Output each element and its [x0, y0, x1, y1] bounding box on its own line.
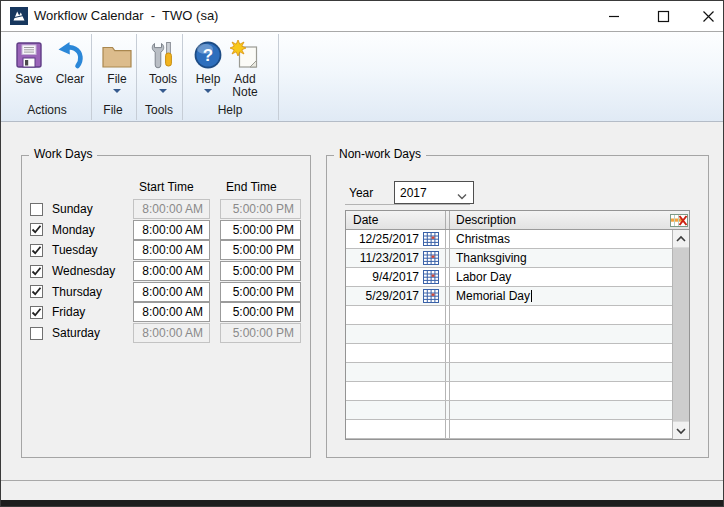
date-cell[interactable]: [346, 401, 446, 419]
description-cell[interactable]: Christmas: [450, 230, 672, 248]
start-time-field-tuesday[interactable]: 8:00:00 AM: [133, 240, 210, 260]
date-cell[interactable]: 12/25/2017: [346, 230, 446, 248]
end-time-field-tuesday[interactable]: 5:00:00 PM: [220, 240, 301, 260]
question-mark-circle-icon: ?: [193, 36, 223, 70]
workday-row-saturday: Saturday: [30, 323, 115, 343]
date-cell[interactable]: [346, 344, 446, 362]
description-cell[interactable]: [450, 306, 672, 324]
start-time-field-friday[interactable]: 8:00:00 AM: [133, 302, 210, 322]
date-column-header[interactable]: Date: [346, 211, 446, 229]
date-cell[interactable]: 5/29/2017: [346, 287, 446, 305]
checkbox-thursday[interactable]: [30, 285, 43, 298]
checkbox-tuesday[interactable]: [30, 244, 43, 257]
end-time-field-saturday: 5:00:00 PM: [220, 323, 301, 343]
workday-checkbox-list: SundayMondayTuesdayWednesdayThursdayFrid…: [30, 199, 115, 343]
year-label: Year: [349, 186, 373, 200]
date-cell[interactable]: [346, 325, 446, 343]
undo-arrow-icon: [55, 36, 85, 70]
workday-label-tuesday: Tuesday: [52, 243, 98, 257]
workday-label-thursday: Thursday: [52, 285, 102, 299]
end-time-field-sunday: 5:00:00 PM: [220, 199, 301, 219]
maximize-button[interactable]: [646, 1, 680, 31]
description-cell[interactable]: Thanksgiving: [450, 249, 672, 267]
floppy-disk-icon: [14, 36, 44, 70]
end-time-field-wednesday[interactable]: 5:00:00 PM: [220, 261, 301, 281]
start-time-header: Start Time: [139, 180, 194, 194]
calendar-button[interactable]: [423, 270, 439, 284]
description-column-header[interactable]: Description: [450, 211, 668, 229]
scroll-up-arrow[interactable]: [673, 230, 689, 248]
grid-header-row: Date Description: [346, 211, 689, 230]
description-value: Thanksgiving: [456, 251, 527, 265]
checkbox-monday[interactable]: [30, 223, 43, 236]
help-menu-button[interactable]: ? Help: [189, 36, 227, 93]
grid-row: [346, 325, 672, 344]
checkbox-saturday[interactable]: [30, 327, 43, 340]
add-note-button[interactable]: Add Note: [225, 36, 265, 99]
workday-label-monday: Monday: [52, 223, 95, 237]
workday-row-friday: Friday: [30, 302, 115, 322]
date-value: 5/29/2017: [366, 289, 419, 303]
checkbox-sunday[interactable]: [30, 203, 43, 216]
delete-row-icon[interactable]: [668, 211, 689, 229]
description-cell[interactable]: [450, 325, 672, 343]
ribbon-toolbar: Save Clear File: [1, 31, 723, 122]
description-value: Labor Day: [456, 270, 511, 284]
calendar-button[interactable]: [423, 232, 439, 246]
ribbon-group-label-file: File: [103, 103, 122, 117]
grid-row: 11/23/2017Thanksgiving: [346, 249, 672, 268]
description-cell[interactable]: Labor Day: [450, 268, 672, 286]
date-cell[interactable]: 11/23/2017: [346, 249, 446, 267]
workdays-legend: Work Days: [29, 147, 97, 161]
checkbox-wednesday[interactable]: [30, 265, 43, 278]
scroll-down-arrow[interactable]: [673, 421, 689, 439]
year-value: 2017: [400, 186, 427, 200]
date-cell[interactable]: [346, 382, 446, 400]
nonwork-days-groupbox: Non-work Days Year 2017 Date Description: [326, 155, 709, 458]
start-time-field-monday[interactable]: 8:00:00 AM: [133, 220, 210, 240]
dynamics-gp-logo-icon: [10, 7, 28, 25]
description-cell[interactable]: [450, 344, 672, 362]
date-value: 12/25/2017: [359, 232, 419, 246]
clear-button[interactable]: Clear: [50, 36, 90, 86]
end-time-field-thursday[interactable]: 5:00:00 PM: [220, 282, 301, 302]
date-cell[interactable]: [346, 306, 446, 324]
calendar-button[interactable]: [423, 289, 439, 303]
minimize-button[interactable]: [597, 1, 631, 31]
description-cell[interactable]: [450, 420, 672, 438]
tools-menu-button[interactable]: Tools: [143, 36, 183, 93]
vertical-scrollbar[interactable]: [672, 230, 689, 439]
file-menu-button[interactable]: File: [97, 36, 137, 93]
folder-icon: [101, 36, 133, 70]
save-button[interactable]: Save: [9, 36, 49, 86]
window-bottom-border: [1, 500, 723, 506]
workday-row-tuesday: Tuesday: [30, 240, 115, 260]
description-cell[interactable]: Memorial Day: [450, 287, 672, 305]
start-time-field-thursday[interactable]: 8:00:00 AM: [133, 282, 210, 302]
date-cell[interactable]: 9/4/2017: [346, 268, 446, 286]
workday-row-monday: Monday: [30, 220, 115, 240]
wrench-screwdriver-icon: [150, 36, 176, 70]
description-cell[interactable]: [450, 401, 672, 419]
end-time-field-monday[interactable]: 5:00:00 PM: [220, 220, 301, 240]
help-menu-label: Help: [196, 73, 221, 86]
close-button[interactable]: [691, 1, 724, 31]
workday-row-sunday: Sunday: [30, 199, 115, 219]
workdays-groupbox: Work Days Start Time End Time SundayMond…: [21, 155, 311, 458]
date-cell[interactable]: [346, 420, 446, 438]
grid-rows: 12/25/2017Christmas11/23/2017Thanksgivin…: [346, 230, 672, 439]
workflow-calendar-window: Workflow Calendar - TWO (sa): [0, 0, 724, 507]
year-dropdown[interactable]: 2017: [394, 181, 474, 204]
save-button-label: Save: [15, 73, 42, 86]
workday-label-friday: Friday: [52, 305, 85, 319]
start-time-field-wednesday[interactable]: 8:00:00 AM: [133, 261, 210, 281]
grid-row: [346, 420, 672, 439]
group-separator: [278, 34, 279, 120]
description-cell[interactable]: [450, 363, 672, 381]
end-time-field-friday[interactable]: 5:00:00 PM: [220, 302, 301, 322]
calendar-button[interactable]: [423, 251, 439, 265]
checkbox-friday[interactable]: [30, 306, 43, 319]
description-cell[interactable]: [450, 382, 672, 400]
nonwork-days-grid: Date Description 12/25/2017Christmas11/2…: [345, 210, 690, 440]
date-cell[interactable]: [346, 363, 446, 381]
